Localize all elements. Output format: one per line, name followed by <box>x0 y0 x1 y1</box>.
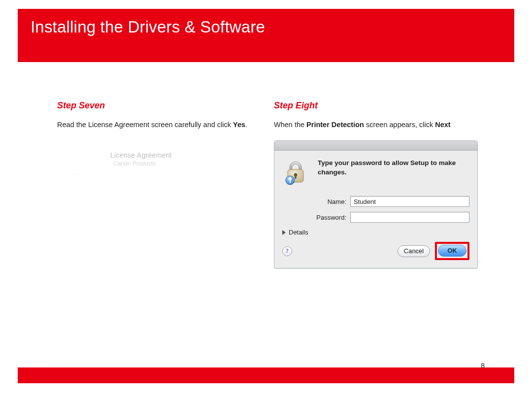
step-eight-text-bold1: Printer Detection <box>306 121 364 129</box>
step-seven-text-post: . <box>245 121 247 129</box>
ok-button[interactable]: OK <box>438 245 466 257</box>
license-subtitle: Canon Products <box>113 160 156 167</box>
name-input[interactable] <box>350 196 469 207</box>
slide-body: Step Seven Read the License Agreement sc… <box>18 62 514 367</box>
details-disclosure[interactable]: Details <box>282 229 469 236</box>
license-agreement-graphic: · License Agreement Canon Products · · ·… <box>57 140 244 268</box>
password-input[interactable] <box>350 212 469 223</box>
svg-rect-2 <box>295 175 296 179</box>
slide-header: Installing the Drivers & Software <box>18 9 514 51</box>
step-seven-text-pre: Read the License Agreement screen carefu… <box>57 121 233 129</box>
license-title: License Agreement <box>110 151 172 159</box>
details-label: Details <box>289 229 308 236</box>
chevron-right-icon <box>282 230 286 235</box>
step-seven-column: Step Seven Read the License Agreement sc… <box>57 100 254 268</box>
dialog-message: Type your password to allow Setup to mak… <box>318 158 469 186</box>
step-eight-text-mid: screen appears, click <box>364 121 435 129</box>
license-faint-line: · <box>68 145 69 151</box>
step-seven-title: Step Seven <box>57 100 254 111</box>
ok-highlight-box: OK <box>435 242 469 260</box>
auth-dialog: Type your password to allow Setup to mak… <box>274 140 478 268</box>
help-icon[interactable]: ? <box>282 246 292 256</box>
password-label: Password: <box>302 214 350 221</box>
step-eight-title: Step Eight <box>274 100 491 111</box>
step-eight-column: Step Eight When the Printer Detection sc… <box>274 100 491 268</box>
dialog-titlebar <box>274 141 477 151</box>
name-label: Name: <box>302 198 350 205</box>
license-faint-line: · · · · · <box>70 172 82 177</box>
cancel-button[interactable]: Cancel <box>398 245 430 257</box>
step-seven-text: Read the License Agreement screen carefu… <box>57 120 254 130</box>
page-title: Installing the Drivers & Software <box>31 18 501 36</box>
step-seven-text-bold: Yes <box>233 121 245 129</box>
page-number: 8 <box>481 362 485 369</box>
lock-icon <box>282 158 311 186</box>
step-eight-text-pre: When the <box>274 121 306 129</box>
slide-frame: Installing the Drivers & Software Step S… <box>18 9 514 383</box>
license-faint-line: · · <box>68 160 73 166</box>
step-eight-text-bold2: Next <box>435 121 450 129</box>
step-eight-text: When the Printer Detection screen appear… <box>274 120 491 130</box>
license-faint-bottom: · · · <box>71 262 233 266</box>
